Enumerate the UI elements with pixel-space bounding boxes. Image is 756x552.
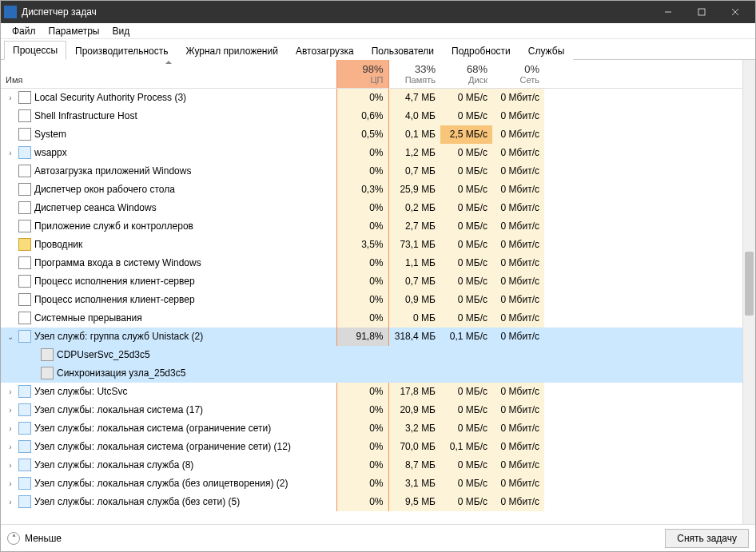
tab-2[interactable]: Журнал приложений [177, 42, 287, 60]
net-cell: 0 Мбит/с [492, 254, 544, 272]
table-row-child[interactable]: Синхронизация узла_25d3c5 [1, 364, 742, 383]
column-network[interactable]: 0% Сеть [492, 60, 544, 89]
table-row[interactable]: ›Local Security Authority Process (3)0%4… [1, 89, 742, 107]
close-button[interactable] [718, 1, 752, 23]
tab-5[interactable]: Подробности [443, 42, 519, 60]
table-row[interactable]: Shell Infrastructure Host0,6%4,0 МБ0 МБ/… [1, 107, 742, 125]
process-icon [18, 330, 31, 343]
tab-4[interactable]: Пользователи [363, 42, 443, 60]
tab-0[interactable]: Процессы [4, 41, 66, 60]
menu-view[interactable]: Вид [105, 24, 136, 38]
tab-3[interactable]: Автозагрузка [287, 42, 363, 60]
table-row-child[interactable]: CDPUserSvc_25d3c5 [1, 346, 742, 364]
table-row[interactable]: Автозагрузка приложений Windows0%0,7 МБ0… [1, 162, 742, 181]
column-memory[interactable]: 33% Память [388, 60, 440, 89]
disk-cell: 0 МБ/с [440, 272, 492, 291]
net-cell: 0 Мбит/с [492, 144, 544, 162]
disk-cell: 0 МБ/с [440, 162, 492, 181]
column-cpu[interactable]: 98% ЦП [336, 60, 388, 89]
maximize-button[interactable] [685, 1, 718, 23]
expand-toggle[interactable]: ⌄ [6, 332, 15, 341]
net-cell: 0 Мбит/с [492, 89, 544, 107]
disk-cell: 0 МБ/с [440, 107, 492, 125]
process-icon [18, 385, 31, 398]
expand-toggle[interactable]: › [6, 479, 15, 488]
net-cell: 0 Мбит/с [492, 272, 544, 291]
table-row[interactable]: System0,5%0,1 МБ2,5 МБ/с0 Мбит/с [1, 125, 742, 144]
expand-toggle[interactable]: › [6, 461, 15, 470]
disk-cell: 0 МБ/с [440, 493, 492, 511]
table-row[interactable]: ›wsappx0%1,2 МБ0 МБ/с0 Мбит/с [1, 144, 742, 162]
net-cell: 0 Мбит/с [492, 419, 544, 438]
table-row[interactable]: Диспетчер сеанса Windows0%0,2 МБ0 МБ/с0 … [1, 199, 742, 217]
table-row[interactable]: Диспетчер окон рабочего стола0,3%25,9 МБ… [1, 181, 742, 199]
disk-cell: 0 МБ/с [440, 475, 492, 493]
expand-toggle[interactable]: › [6, 387, 15, 396]
menu-file[interactable]: Файл [6, 24, 42, 38]
table-row[interactable]: Процесс исполнения клиент-сервер0%0,7 МБ… [1, 272, 742, 291]
tab-1[interactable]: Производительность [66, 42, 177, 60]
titlebar[interactable]: Диспетчер задач [1, 1, 755, 23]
process-name: Узел службы: локальная система (ограниче… [34, 423, 271, 434]
table-row[interactable]: Проводник3,5%73,1 МБ0 МБ/с0 Мбит/с [1, 236, 742, 254]
expand-toggle[interactable]: › [6, 424, 15, 433]
table-row[interactable]: ›Узел службы: локальная служба (без сети… [1, 493, 742, 511]
sort-ascending-icon [165, 61, 172, 64]
cpu-cell: 0% [336, 144, 388, 162]
table-row[interactable]: ›Узел службы: UtcSvc0%17,8 МБ0 МБ/с0 Мби… [1, 383, 742, 401]
expand-toggle[interactable]: › [6, 93, 15, 102]
table-row[interactable]: ›Узел службы: локальная система (огранич… [1, 419, 742, 438]
service-name: Синхронизация узла_25d3c5 [57, 367, 185, 379]
process-name: Программа входа в систему Windows [34, 257, 201, 268]
fewer-details-label: Меньше [25, 533, 62, 544]
fewer-details-button[interactable]: ˄ Меньше [7, 532, 62, 545]
expand-toggle[interactable]: › [6, 443, 15, 451]
mem-cell: 25,9 МБ [388, 181, 440, 199]
menubar: Файл Параметры Вид [1, 23, 755, 39]
cpu-cell: 0% [336, 199, 388, 217]
table-row[interactable]: Процесс исполнения клиент-сервер0%0,9 МБ… [1, 291, 742, 309]
column-name[interactable]: Имя [1, 60, 336, 89]
table-row[interactable]: ⌄Узел служб: группа служб Unistack (2)91… [1, 328, 742, 346]
mem-cell: 0,7 МБ [388, 272, 440, 291]
process-name: Системные прерывания [34, 312, 142, 324]
disk-cell: 0 МБ/с [440, 401, 492, 419]
table-row[interactable]: ›Узел службы: локальная система (огранич… [1, 438, 742, 456]
net-cell: 0 Мбит/с [492, 236, 544, 254]
process-name: Процесс исполнения клиент-сервер [34, 294, 195, 305]
cpu-cell: 0% [336, 438, 388, 456]
minimize-button[interactable] [651, 1, 685, 23]
vertical-scrollbar[interactable] [742, 60, 755, 524]
service-name: CDPUserSvc_25d3c5 [57, 349, 150, 360]
table-row[interactable]: ›Узел службы: локальная служба (8)0%8,7 … [1, 456, 742, 475]
tab-6[interactable]: Службы [519, 42, 573, 60]
column-spacer [544, 60, 742, 89]
cpu-cell: 0% [336, 383, 388, 401]
mem-cell: 9,5 МБ [388, 493, 440, 511]
expand-toggle[interactable]: › [6, 149, 15, 157]
net-cell: 0 Мбит/с [492, 383, 544, 401]
process-name: Узел службы: локальная система (ограниче… [34, 441, 291, 452]
process-name: Узел службы: UtcSvc [34, 386, 127, 397]
expand-toggle[interactable]: › [6, 406, 15, 415]
net-percent: 0% [497, 63, 539, 75]
disk-cell: 0 МБ/с [440, 383, 492, 401]
cpu-cell: 0% [336, 254, 388, 272]
table-row[interactable]: Приложение служб и контроллеров0%2,7 МБ0… [1, 217, 742, 236]
table-row[interactable]: ›Узел службы: локальная служба (без олиц… [1, 475, 742, 493]
cpu-cell: 0% [336, 475, 388, 493]
end-task-button[interactable]: Снять задачу [665, 529, 749, 548]
net-cell: 0 Мбит/с [492, 107, 544, 125]
column-disk[interactable]: 68% Диск [440, 60, 492, 89]
table-row[interactable]: Системные прерывания0%0 МБ0 МБ/с0 Мбит/с [1, 309, 742, 328]
mem-cell: 3,1 МБ [388, 475, 440, 493]
net-cell: 0 Мбит/с [492, 181, 544, 199]
expand-toggle[interactable]: › [6, 498, 15, 506]
scroll-thumb[interactable] [745, 252, 754, 316]
process-name: Узел службы: локальная служба (8) [34, 459, 193, 471]
table-row[interactable]: Программа входа в систему Windows0%1,1 М… [1, 254, 742, 272]
process-name: Диспетчер сеанса Windows [34, 202, 157, 213]
table-row[interactable]: ›Узел службы: локальная система (17)0%20… [1, 401, 742, 419]
menu-options[interactable]: Параметры [42, 24, 106, 38]
disk-cell: 0 МБ/с [440, 89, 492, 107]
